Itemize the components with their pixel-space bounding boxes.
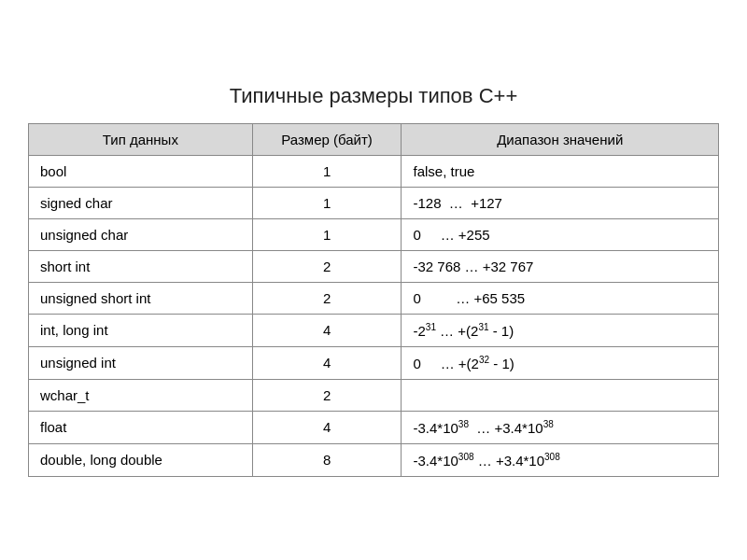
cell-size: 2 — [252, 282, 402, 314]
cell-size: 8 — [252, 443, 402, 476]
types-table: Тип данных Размер (байт) Диапазон значен… — [28, 123, 719, 477]
cell-range: -3.4*1038 … +3.4*1038 — [402, 411, 719, 443]
table-row: unsigned int40 … +(232 - 1) — [29, 346, 719, 379]
table-row: signed char1-128 … +127 — [29, 187, 719, 218]
cell-type: float — [29, 411, 253, 443]
cell-size: 4 — [252, 346, 402, 379]
cell-size: 4 — [252, 411, 402, 443]
cell-type: double, long double — [29, 443, 253, 476]
table-row: double, long double8-3.4*10308 … +3.4*10… — [29, 443, 719, 476]
cell-type: unsigned char — [29, 218, 253, 250]
table-row: short int2-32 768 … +32 767 — [29, 250, 719, 282]
cell-range: -32 768 … +32 767 — [402, 250, 719, 282]
cell-type: short int — [29, 250, 253, 282]
table-row: wchar_t2 — [29, 379, 719, 411]
cell-range: -128 … +127 — [402, 187, 719, 218]
cell-size: 1 — [252, 187, 402, 218]
page-title: Типичные размеры типов С++ — [230, 84, 517, 108]
cell-range: -3.4*10308 … +3.4*10308 — [402, 443, 719, 476]
cell-type: signed char — [29, 187, 253, 218]
header-type: Тип данных — [29, 123, 253, 155]
table-row: unsigned char10 … +255 — [29, 218, 719, 250]
cell-range: 0 … +255 — [402, 218, 719, 250]
table-row: unsigned short int20 … +65 535 — [29, 282, 719, 314]
cell-type: wchar_t — [29, 379, 253, 411]
cell-range — [402, 379, 719, 411]
cell-type: bool — [29, 155, 253, 187]
cell-size: 2 — [252, 250, 402, 282]
cell-size: 2 — [252, 379, 402, 411]
cell-range: 0 … +65 535 — [402, 282, 719, 314]
header-size: Размер (байт) — [252, 123, 402, 155]
cell-size: 4 — [252, 314, 402, 346]
table-row: int, long int4-231 … +(231 - 1) — [29, 314, 719, 346]
cell-type: unsigned int — [29, 346, 253, 379]
cell-range: -231 … +(231 - 1) — [402, 314, 719, 346]
table-row: bool1false, true — [29, 155, 719, 187]
cell-type: int, long int — [29, 314, 253, 346]
cell-range: false, true — [402, 155, 719, 187]
cell-type: unsigned short int — [29, 282, 253, 314]
cell-range: 0 … +(232 - 1) — [402, 346, 719, 379]
cell-size: 1 — [252, 218, 402, 250]
table-header-row: Тип данных Размер (байт) Диапазон значен… — [29, 123, 719, 155]
table-row: float4-3.4*1038 … +3.4*1038 — [29, 411, 719, 443]
cell-size: 1 — [252, 155, 402, 187]
header-range: Диапазон значений — [402, 123, 719, 155]
